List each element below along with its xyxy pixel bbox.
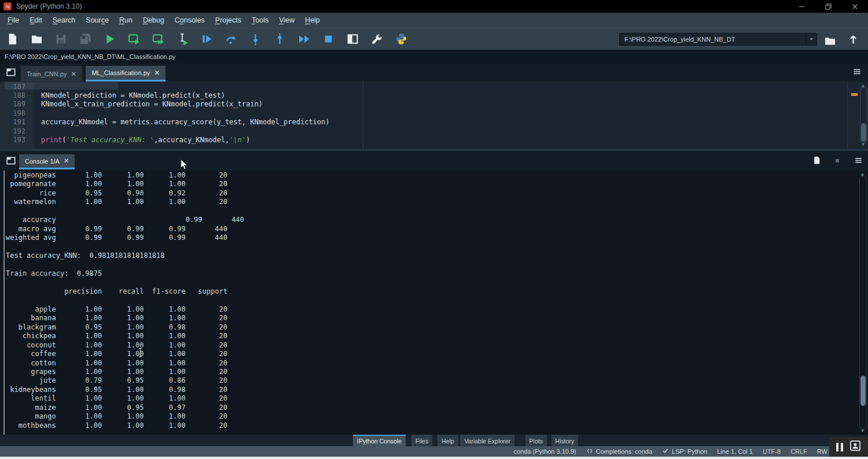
code-text: KNmodel_x_train_prediction = KNmodel.pre… xyxy=(25,100,263,109)
menu-consoles[interactable]: Consoles xyxy=(170,13,210,28)
parent-directory-button[interactable] xyxy=(841,31,865,49)
python-path-manager-button[interactable] xyxy=(389,31,413,48)
browse-tabs-icon[interactable] xyxy=(5,67,17,77)
menu-search[interactable]: Search xyxy=(47,13,81,28)
menu-file[interactable]: File xyxy=(2,13,24,28)
ipython-console-output[interactable]: pigeonpeas 1.00 1.00 1.00 20 pomegranate… xyxy=(0,171,868,435)
new-console-icon[interactable] xyxy=(812,156,821,167)
recorder-overlay xyxy=(829,437,868,457)
code-line-192[interactable]: 192 xyxy=(0,127,839,136)
bottom-tab-history[interactable]: History xyxy=(551,435,579,446)
status-utf-8: UTF-8 xyxy=(763,448,781,455)
window-controls xyxy=(788,0,868,13)
code-line-193[interactable]: 193print('Test accuracy_KNN: ',accuracy_… xyxy=(0,136,839,145)
close-icon[interactable]: ✕ xyxy=(64,157,69,165)
code-text: print('Test accuracy_KNN: ',accuracy_KNm… xyxy=(25,136,250,145)
console-tab[interactable]: Console 1/A ✕ xyxy=(19,154,75,169)
run-selection-button[interactable] xyxy=(170,31,194,48)
code-line-189[interactable]: 189KNmodel_x_train_prediction = KNmodel.… xyxy=(0,100,839,109)
file-path: F:\PRO 2022\Crop_yield_KNN_NB_DT\ML_Clas… xyxy=(0,53,175,60)
menu-view[interactable]: View xyxy=(274,13,300,28)
minimize-button[interactable] xyxy=(788,0,815,13)
menu-edit[interactable]: Edit xyxy=(24,13,47,28)
restore-button[interactable] xyxy=(815,0,841,13)
status-line-1-col-1: Line 1, Col 1 xyxy=(717,448,753,455)
mouse-cursor xyxy=(179,158,189,173)
close-icon[interactable]: ✕ xyxy=(71,70,76,78)
webcam-icon[interactable] xyxy=(849,440,861,454)
working-directory-value[interactable]: F:\PRO 2022\Crop_yield_KNN_NB_DT xyxy=(620,36,806,43)
step-over-button[interactable] xyxy=(219,31,243,48)
bottom-tab-ipython-console[interactable]: IPython Console xyxy=(353,435,406,446)
new-file-button[interactable] xyxy=(0,31,24,48)
console-text[interactable]: pigeonpeas 1.00 1.00 1.00 20 pomegranate… xyxy=(6,171,244,430)
console-pane-icons xyxy=(812,156,863,167)
line-number: 188 xyxy=(0,91,25,100)
menu-source[interactable]: Source xyxy=(80,13,114,28)
close-icon[interactable]: ✕ xyxy=(154,69,160,77)
console-tabstrip: Console 1/A ✕ xyxy=(0,151,868,171)
stop-debug-button[interactable] xyxy=(316,31,340,48)
editor-tabstrip: Train_CNN.py✕ML_Classification.py✕ xyxy=(0,64,868,82)
open-file-button[interactable] xyxy=(24,31,49,48)
menu-debug[interactable]: Debug xyxy=(138,13,170,28)
menubar: FileEditSearchSourceRunDebugConsolesProj… xyxy=(0,13,868,28)
code-text: KNmodel_prediction = KNmodel.predict(x_t… xyxy=(25,91,225,100)
line-number: 189 xyxy=(0,100,25,109)
working-directory-combobox[interactable]: F:\PRO 2022\Crop_yield_KNN_NB_DT xyxy=(619,33,817,46)
console-options-menu-icon[interactable] xyxy=(854,156,863,167)
editor-options-menu-icon[interactable] xyxy=(852,67,863,77)
editor-tab-ml-classification-py[interactable]: ML_Classification.py✕ xyxy=(86,66,165,82)
step-out-button[interactable] xyxy=(267,31,292,48)
bottom-tab-files[interactable]: Files xyxy=(411,435,432,446)
browse-working-directory-button[interactable] xyxy=(818,31,841,49)
menu-projects[interactable]: Projects xyxy=(210,13,247,28)
interrupt-kernel-icon[interactable] xyxy=(834,156,841,166)
line-number: 190 xyxy=(0,109,25,118)
run-cell-advance-button[interactable] xyxy=(146,31,170,48)
status-completions-conda: Completions: conda xyxy=(586,447,652,456)
menu-tools[interactable]: Tools xyxy=(247,13,274,28)
bottom-tab-plots[interactable]: Plots xyxy=(525,435,547,446)
line-number: 191 xyxy=(0,118,25,127)
breadcrumb: F:\PRO 2022\Crop_yield_KNN_NB_DT\ML_Clas… xyxy=(0,50,868,64)
debug-file-button[interactable] xyxy=(194,31,219,48)
preferences-button[interactable] xyxy=(365,31,389,48)
status-lsp-python: LSP: Python xyxy=(662,447,707,456)
code-editor[interactable]: 187188KNmodel_prediction = KNmodel.predi… xyxy=(0,82,868,149)
code-line-191[interactable]: 191accuracy_KNmodel = metrics.accuracy_s… xyxy=(0,118,839,127)
code-line-188[interactable]: 188KNmodel_prediction = KNmodel.predict(… xyxy=(0,91,839,100)
console-tab-label: Console 1/A xyxy=(25,158,60,165)
save-file-button xyxy=(49,31,73,48)
close-button[interactable] xyxy=(841,0,868,13)
line-number: 192 xyxy=(0,127,25,136)
completions-icon xyxy=(586,447,593,456)
menu-run[interactable]: Run xyxy=(114,13,138,28)
editor-scrollbar[interactable]: ▲ ▼ xyxy=(859,82,868,149)
chevron-down-icon[interactable] xyxy=(806,34,816,45)
spyder-logo-icon xyxy=(3,2,12,10)
browse-console-tabs-icon[interactable] xyxy=(5,156,17,166)
run-file-button[interactable] xyxy=(97,31,122,48)
code-text xyxy=(25,109,41,118)
bottom-tab-variable-explorer[interactable]: Variable Explorer xyxy=(460,435,514,446)
status-conda-python-3-10-9-: conda (Python 3.10.9) xyxy=(514,448,576,455)
console-scrollbar[interactable]: ▲ ▼ xyxy=(859,171,868,435)
tab-label: Train_CNN.py xyxy=(27,71,67,77)
bottom-strip xyxy=(0,457,868,459)
continue-execution-button[interactable] xyxy=(292,31,316,48)
code-text xyxy=(25,127,41,136)
code-text xyxy=(25,83,41,91)
menu-help[interactable]: Help xyxy=(300,13,325,28)
code-line-187[interactable]: 187 xyxy=(0,83,839,91)
warning-flag xyxy=(851,93,858,96)
edge-line-79col xyxy=(363,82,363,149)
run-cell-button[interactable] xyxy=(122,31,146,48)
editor-tab-train-cnn-py[interactable]: Train_CNN.py✕ xyxy=(21,66,82,82)
bottom-tab-help[interactable]: Help xyxy=(437,435,458,446)
pause-icon[interactable] xyxy=(836,443,843,451)
maximize-pane-button[interactable] xyxy=(340,31,365,48)
step-into-button[interactable] xyxy=(243,31,267,48)
window-title: Spyder (Python 3.10) xyxy=(16,2,82,10)
code-line-190[interactable]: 190 xyxy=(0,109,839,118)
